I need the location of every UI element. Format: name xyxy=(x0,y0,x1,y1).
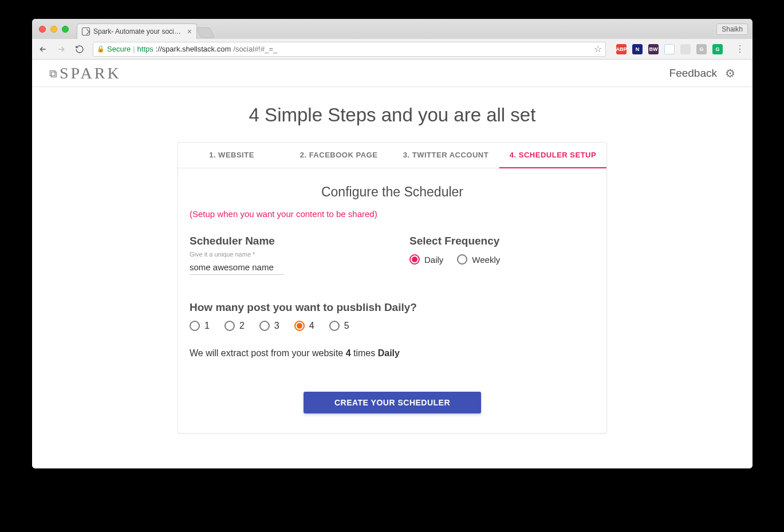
extension-icons: ABP N BW S G G xyxy=(614,44,725,54)
toolbar: 🔒 Secure | https://spark.shellstack.com/… xyxy=(32,39,753,60)
lock-icon: 🔒 xyxy=(97,45,105,53)
tab-twitter-account[interactable]: 3. TWITTER ACCOUNT xyxy=(392,143,499,168)
grammarly-extension-icon[interactable]: G xyxy=(712,44,723,54)
header-actions: Feedback ⚙ xyxy=(669,66,735,80)
radio-frequency-daily[interactable]: Daily xyxy=(409,254,443,265)
create-scheduler-button[interactable]: CREATE YOUR SCHEDULER xyxy=(304,392,481,413)
tab-facebook-page[interactable]: 2. FACEBOOK PAGE xyxy=(285,143,392,168)
radio-post-count-5[interactable]: 5 xyxy=(329,321,349,331)
extension-icon-s[interactable]: S xyxy=(664,44,675,54)
adblock-extension-icon[interactable]: ABP xyxy=(616,44,627,54)
scheduler-name-col: Scheduler Name Give it a unique name * xyxy=(190,235,375,275)
browser-menu-button[interactable]: ⋮ xyxy=(733,44,747,54)
radio-circle-icon xyxy=(224,321,235,331)
radio-circle-icon xyxy=(259,321,270,331)
tab-website[interactable]: 1. WEBSITE xyxy=(178,143,285,168)
extension-icon-bw[interactable]: BW xyxy=(648,44,659,54)
radio-label: 1 xyxy=(204,321,210,331)
profile-badge[interactable]: Shaikh xyxy=(716,23,748,35)
section-subtitle: (Setup when you want your content to be … xyxy=(190,209,595,219)
url-protocol: https xyxy=(137,45,153,53)
page-title: 4 Simple Steps and you are all set xyxy=(32,104,753,126)
spark-logo[interactable]: ⧉SPARK xyxy=(49,64,121,82)
radio-post-count-4[interactable]: 4 xyxy=(294,321,314,331)
radio-circle-icon xyxy=(294,321,305,331)
window-controls xyxy=(39,26,69,33)
step-tabs: 1. WEBSITE 2. FACEBOOK PAGE 3. TWITTER A… xyxy=(178,143,606,168)
tab-title: Spark- Automate your social m xyxy=(93,27,184,36)
gear-icon[interactable]: ⚙ xyxy=(725,66,735,80)
url-host: ://spark.shellstack.com xyxy=(156,45,231,53)
radio-label: 4 xyxy=(309,321,314,331)
url-path: /social#!#_=_ xyxy=(233,45,277,53)
radio-post-count-1[interactable]: 1 xyxy=(190,321,210,331)
close-tab-button[interactable]: × xyxy=(187,27,192,36)
secure-label: Secure xyxy=(107,45,131,53)
minimize-window-button[interactable] xyxy=(50,26,57,33)
logo-icon: ⧉ xyxy=(49,68,60,80)
radio-label: Weekly xyxy=(472,255,500,265)
extract-summary: We will extract post from your website 4… xyxy=(190,348,595,358)
section-title: Configure the Scheduler xyxy=(190,184,595,200)
post-count-question: How many post you want to pusblish Daily… xyxy=(190,301,595,314)
scheduler-name-label: Scheduler Name xyxy=(190,235,375,247)
radio-post-count-3[interactable]: 3 xyxy=(259,321,279,331)
radio-label: Daily xyxy=(424,255,443,265)
radio-circle-icon xyxy=(409,254,420,265)
extension-icon-g[interactable]: G xyxy=(696,44,707,54)
scheduler-name-input[interactable] xyxy=(190,259,284,275)
maximize-window-button[interactable] xyxy=(62,26,69,33)
radio-circle-icon xyxy=(329,321,340,331)
radio-label: 3 xyxy=(274,321,279,331)
bookmark-star-icon[interactable]: ☆ xyxy=(594,44,602,54)
tab-strip: Spark- Automate your social m × Shaikh xyxy=(32,19,753,39)
browser-tab[interactable]: Spark- Automate your social m × xyxy=(77,23,197,39)
tab-scheduler-setup[interactable]: 4. SCHEDULER SETUP xyxy=(499,143,606,168)
frequency-label: Select Frequency xyxy=(409,235,595,247)
radio-circle-icon xyxy=(190,321,200,331)
card-body: Configure the Scheduler (Setup when you … xyxy=(178,168,606,433)
reload-button[interactable] xyxy=(74,44,85,54)
app-header: ⧉SPARK Feedback ⚙ xyxy=(32,60,753,87)
extension-icon-circle[interactable] xyxy=(680,44,691,54)
extension-icon-n[interactable]: N xyxy=(632,44,643,54)
address-bar[interactable]: 🔒 Secure | https://spark.shellstack.com/… xyxy=(93,42,606,57)
feedback-link[interactable]: Feedback xyxy=(669,67,717,80)
close-window-button[interactable] xyxy=(39,26,46,33)
browser-window: Spark- Automate your social m × Shaikh 🔒… xyxy=(32,19,753,468)
scheduler-name-hint: Give it a unique name * xyxy=(190,251,375,258)
page: ⧉SPARK Feedback ⚙ 4 Simple Steps and you… xyxy=(32,60,753,468)
new-tab-button[interactable] xyxy=(196,27,215,38)
radio-post-count-2[interactable]: 2 xyxy=(224,321,245,331)
radio-label: 2 xyxy=(239,321,245,331)
radio-label: 5 xyxy=(344,321,349,331)
favicon-icon xyxy=(82,27,90,36)
radio-circle-icon xyxy=(457,254,467,265)
back-button[interactable] xyxy=(38,44,48,54)
radio-frequency-weekly[interactable]: Weekly xyxy=(457,254,500,265)
forward-button[interactable] xyxy=(56,44,66,54)
wizard-card: 1. WEBSITE 2. FACEBOOK PAGE 3. TWITTER A… xyxy=(178,142,607,434)
frequency-col: Select Frequency Daily Weekly xyxy=(409,235,595,275)
